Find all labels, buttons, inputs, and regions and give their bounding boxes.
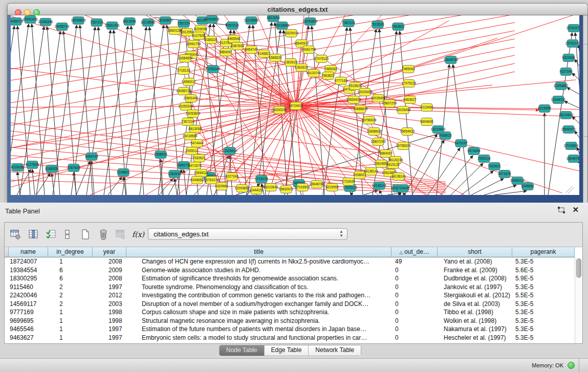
graph-node[interactable]: 8454749	[85, 153, 98, 161]
graph-node[interactable]: 17975115	[402, 80, 417, 87]
graph-node[interactable]: 1362615	[295, 64, 308, 72]
graph-node[interactable]: 7515526	[371, 21, 384, 29]
graph-node[interactable]: 9127505	[192, 32, 205, 40]
graph-node[interactable]: 8471676	[498, 170, 511, 178]
table-row[interactable]: 1456911722003Disruption of a novel membe…	[5, 300, 575, 309]
graph-edge[interactable]	[296, 106, 539, 110]
graph-node[interactable]: 16210643	[264, 184, 278, 191]
graph-node[interactable]: 17016504	[295, 184, 310, 191]
graph-node[interactable]: 15751074	[567, 25, 579, 32]
graph-node[interactable]: 17975115	[314, 55, 329, 63]
float-panel-icon[interactable]	[557, 207, 565, 214]
column-header-in_degree[interactable]: in_degree	[48, 247, 93, 257]
graph-edge[interactable]	[296, 106, 579, 195]
graph-edge[interactable]	[296, 106, 579, 195]
graph-node[interactable]: 15807299	[382, 100, 397, 107]
graph-node[interactable]: 1733426	[342, 178, 355, 186]
graph-node[interactable]: 9146821	[117, 169, 130, 177]
graph-hub-node[interactable]: 18724007	[289, 102, 303, 110]
graph-node[interactable]: 1588520	[154, 151, 167, 159]
function-builder-icon[interactable]: f(x)	[132, 228, 145, 241]
column-header-name[interactable]: name	[9, 247, 48, 257]
graph-node[interactable]: 9474444	[190, 140, 204, 147]
table-row[interactable]: 1830029562008Estimation of significance …	[5, 274, 575, 283]
graph-edge[interactable]	[296, 106, 579, 193]
graph-node[interactable]: 14136141	[364, 168, 379, 176]
graph-edge[interactable]	[92, 161, 94, 195]
graph-node[interactable]: 9329966	[562, 54, 575, 62]
graph-node[interactable]: 9329966	[215, 183, 228, 190]
column-header-out_de[interactable]: △out_de…	[391, 247, 438, 257]
graph-node[interactable]: 15751074	[565, 40, 579, 48]
graph-edge[interactable]	[579, 45, 579, 52]
graph-edge[interactable]	[296, 50, 309, 106]
graph-node[interactable]: 12093852	[235, 185, 250, 192]
graph-edge[interactable]	[296, 106, 371, 171]
column-visibility-icon[interactable]	[27, 228, 40, 241]
table-scrollbar[interactable]	[575, 257, 582, 343]
network-canvas[interactable]: 2405572420691406210533462405572416053809…	[11, 15, 579, 195]
delete-column-icon[interactable]	[97, 228, 110, 241]
graph-node[interactable]: 10025458	[396, 106, 411, 114]
graph-node[interactable]: 16210643	[431, 126, 446, 134]
graph-node[interactable]: 18300295	[272, 106, 287, 114]
graph-node[interactable]: 19218586	[275, 22, 290, 30]
graph-edge[interactable]	[494, 191, 527, 195]
graph-edge[interactable]	[296, 106, 403, 146]
graph-edge[interactable]	[484, 185, 516, 195]
graph-node[interactable]: 19756928	[396, 142, 411, 150]
graph-node[interactable]: 20691406	[23, 16, 38, 24]
graph-node[interactable]: 14136141	[391, 173, 406, 181]
graph-node[interactable]: 24055724	[11, 18, 24, 26]
column-header-pagerank[interactable]: pagerank	[512, 247, 575, 257]
graph-node[interactable]: 13325419	[284, 30, 299, 37]
tab-network-table[interactable]: Network Table	[308, 345, 361, 356]
graph-node[interactable]: 20691406	[105, 22, 120, 30]
graph-node[interactable]: 9245652	[521, 183, 534, 190]
graph-node[interactable]: 9463627	[403, 96, 417, 104]
graph-node[interactable]: 7357224	[181, 118, 194, 126]
graph-node[interactable]: 13325419	[223, 147, 237, 155]
graph-node[interactable]: 2367608	[231, 42, 244, 50]
graph-node[interactable]: 7485063	[402, 65, 415, 73]
graph-node[interactable]: 24055724	[177, 87, 191, 95]
graph-node[interactable]: 9777169	[334, 77, 347, 85]
graph-node[interactable]: 21053346	[206, 65, 221, 73]
graph-node[interactable]: 7357224	[177, 20, 190, 28]
graph-edge[interactable]	[296, 106, 579, 195]
graph-node[interactable]: 16053809	[186, 110, 201, 118]
column-header-year[interactable]: year	[93, 247, 126, 257]
graph-node[interactable]: 16120746	[307, 70, 321, 77]
graph-node[interactable]: 20691406	[184, 95, 199, 102]
graph-node[interactable]: 16210643	[559, 112, 574, 119]
graph-node[interactable]: 19384554	[178, 55, 193, 62]
column-header-short[interactable]: short	[438, 247, 512, 257]
tab-edge-table[interactable]: Edge Table	[264, 345, 309, 356]
graph-edge[interactable]	[461, 171, 493, 195]
graph-edge[interactable]	[575, 59, 579, 66]
row-height-icon[interactable]	[61, 228, 74, 241]
graph-edge[interactable]	[323, 28, 347, 195]
graph-edge[interactable]	[32, 24, 45, 195]
graph-edge[interactable]	[567, 87, 579, 94]
graph-edge[interactable]	[403, 193, 405, 195]
graph-edge[interactable]	[453, 64, 469, 195]
graph-node[interactable]: 15692971	[561, 126, 576, 134]
table-row[interactable]: 977716911998Corpus callosum shape and si…	[5, 308, 575, 317]
graph-edge[interactable]	[428, 148, 460, 195]
graph-node[interactable]: 24055724	[55, 23, 70, 31]
table-row[interactable]: 946362711997Embryonic stem cells: a mode…	[5, 334, 575, 342]
graph-node[interactable]: 15692971	[279, 186, 294, 193]
graph-node[interactable]: 8215955	[325, 184, 339, 191]
graph-node[interactable]: 19218586	[141, 19, 156, 27]
graph-node[interactable]: 7932621	[192, 155, 206, 162]
graph-edge[interactable]	[11, 15, 515, 69]
graph-node[interactable]: 9245652	[190, 177, 204, 184]
graph-node[interactable]: 2935114	[186, 147, 199, 155]
graph-node[interactable]: 7357224	[226, 22, 239, 30]
graph-node[interactable]: 2718126	[177, 67, 190, 75]
graph-node[interactable]: 9699695	[420, 118, 433, 126]
graph-node[interactable]: 8813054	[123, 18, 136, 26]
graph-node[interactable]: 16053809	[71, 17, 86, 25]
graph-node[interactable]: 15807299	[371, 138, 386, 146]
